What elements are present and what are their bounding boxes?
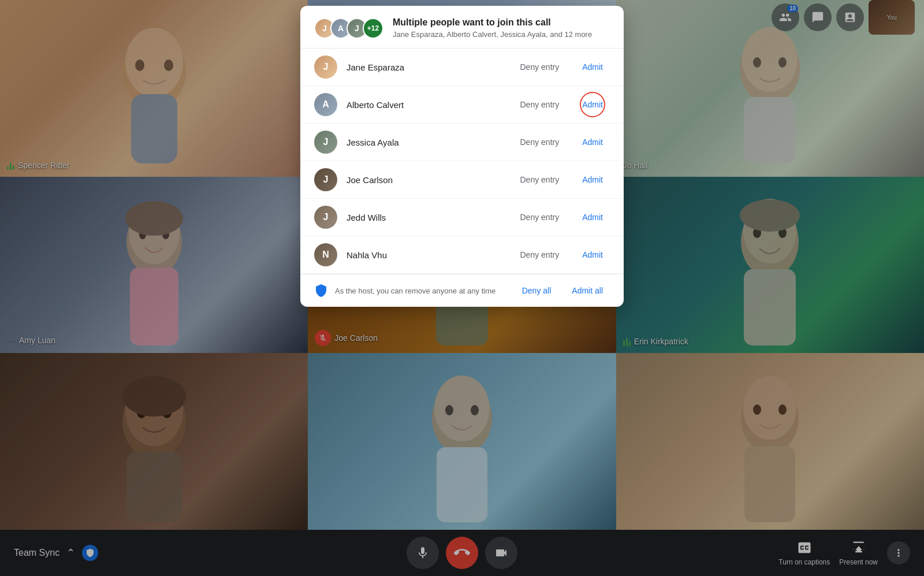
person-row-nahla: N Nahla Vhu Deny entry Admit [300, 236, 624, 274]
admit-all-button[interactable]: Admit all [565, 281, 610, 300]
security-info-icon [314, 284, 328, 298]
deny-jedd-button[interactable]: Deny entry [513, 208, 567, 226]
modal-subtitle: Jane Esparaza, Alberto Calvert, Jessica … [393, 30, 610, 39]
person-row-jessica: J Jessica Ayala Deny entry Admit [300, 124, 624, 161]
person-name-jessica: Jessica Ayala [346, 138, 504, 147]
footer-info-text: As the host, you can remove anyone at an… [335, 287, 508, 295]
admit-alberto-button[interactable]: Admit [575, 95, 610, 114]
person-row-joe-c: J Joe Carlson Deny entry Admit [300, 161, 624, 199]
waiting-avatar-count: +12 [363, 18, 383, 39]
person-name-nahla: Nahla Vhu [346, 250, 504, 260]
person-row-jane: J Jane Esparaza Deny entry Admit [300, 49, 624, 86]
waiting-avatars: J A J +12 [314, 18, 383, 39]
person-row-alberto: A Alberto Calvert Deny entry Admit [300, 86, 624, 124]
deny-all-button[interactable]: Deny all [515, 281, 558, 300]
person-name-jane: Jane Esparaza [346, 62, 504, 72]
deny-nahla-button[interactable]: Deny entry [513, 246, 567, 264]
modal-footer: As the host, you can remove anyone at an… [300, 274, 624, 307]
admit-jedd-button[interactable]: Admit [575, 208, 610, 226]
deny-jane-button[interactable]: Deny entry [513, 58, 567, 76]
deny-joe-c-button[interactable]: Deny entry [513, 170, 567, 189]
person-avatar-nahla: N [314, 243, 337, 266]
deny-alberto-button[interactable]: Deny entry [513, 95, 567, 114]
admit-jessica-button[interactable]: Admit [575, 133, 610, 151]
person-avatar-jessica: J [314, 131, 337, 154]
person-name-joe-c: Joe Carlson [346, 175, 504, 185]
person-avatar-joe-c: J [314, 168, 337, 191]
modal-title: Multiple people want to join this call [393, 17, 610, 28]
person-row-jedd: J Jedd Wills Deny entry Admit [300, 199, 624, 236]
modal-header: J A J +12 Multiple people want to join t… [300, 6, 624, 49]
person-name-jedd: Jedd Wills [346, 213, 504, 222]
person-avatar-jane: J [314, 55, 337, 79]
deny-jessica-button[interactable]: Deny entry [513, 133, 567, 151]
modal-header-text: Multiple people want to join this call J… [393, 17, 610, 39]
admit-dialog: J A J +12 Multiple people want to join t… [300, 6, 624, 307]
modal-body: J Jane Esparaza Deny entry Admit A Alber… [300, 49, 624, 274]
admit-jane-button[interactable]: Admit [575, 58, 610, 76]
person-avatar-alberto: A [314, 93, 337, 116]
admit-nahla-button[interactable]: Admit [575, 246, 610, 264]
admit-joe-c-button[interactable]: Admit [575, 170, 610, 189]
person-avatar-jedd: J [314, 206, 337, 229]
person-name-alberto: Alberto Calvert [346, 100, 504, 110]
